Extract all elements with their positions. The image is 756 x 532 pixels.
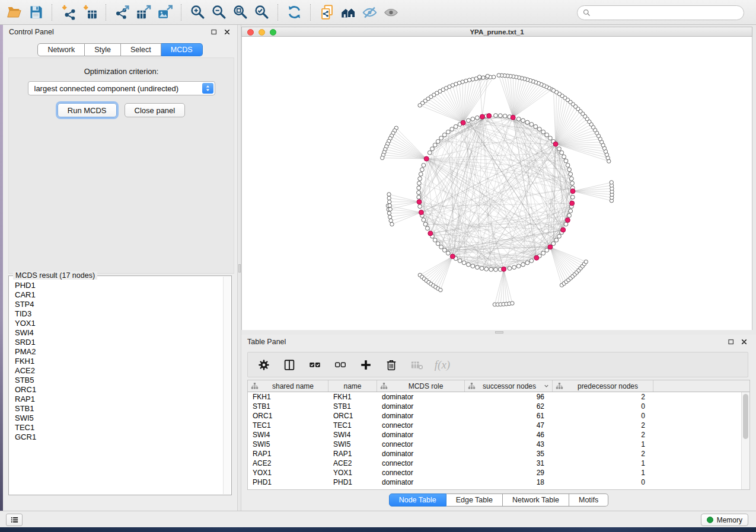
memory-button[interactable]: Memory — [701, 514, 748, 526]
network-node[interactable] — [454, 124, 458, 129]
network-node[interactable] — [560, 150, 564, 155]
network-node[interactable] — [420, 168, 425, 172]
select-all-button[interactable] — [307, 357, 323, 373]
network-node[interactable] — [450, 127, 454, 132]
table-row[interactable]: STB1STB1dominator620 — [248, 402, 749, 411]
network-node[interactable] — [484, 267, 489, 271]
tab-edge-table[interactable]: Edge Table — [446, 493, 503, 507]
network-node[interactable] — [557, 147, 562, 151]
network-node[interactable] — [476, 116, 480, 120]
new-network-from-selection-button[interactable] — [316, 2, 337, 23]
network-node[interactable] — [511, 302, 514, 305]
network-node[interactable] — [467, 118, 471, 123]
tab-style[interactable]: Style — [85, 43, 121, 56]
apply-layout-button[interactable] — [283, 2, 305, 23]
network-node[interactable] — [476, 265, 480, 270]
network-node[interactable] — [494, 114, 498, 118]
network-node[interactable] — [387, 196, 391, 200]
window-close-icon[interactable] — [247, 29, 254, 36]
network-node[interactable] — [458, 259, 462, 263]
network-mcds-node[interactable] — [553, 142, 558, 146]
network-graph[interactable] — [242, 37, 752, 329]
import-table-button[interactable] — [79, 2, 100, 23]
network-node[interactable] — [557, 234, 562, 238]
table-row[interactable]: TEC1TEC1connector472 — [248, 421, 749, 430]
network-node[interactable] — [442, 248, 446, 252]
network-node[interactable] — [423, 222, 428, 226]
network-node[interactable] — [610, 181, 613, 184]
network-node[interactable] — [569, 209, 573, 213]
zoom-out-button[interactable] — [208, 2, 229, 23]
network-mcds-node[interactable] — [424, 156, 429, 161]
network-node[interactable] — [584, 260, 588, 264]
window-minimize-icon[interactable] — [259, 29, 265, 36]
network-node[interactable] — [521, 118, 525, 123]
network-node[interactable] — [417, 186, 421, 190]
show-panels-button[interactable] — [6, 514, 23, 526]
network-node[interactable] — [492, 75, 495, 79]
network-node[interactable] — [422, 218, 426, 222]
vertical-splitter[interactable] — [237, 25, 241, 511]
hide-selected-button[interactable] — [359, 2, 380, 23]
horizontal-splitter[interactable] — [241, 330, 756, 335]
network-mcds-node[interactable] — [417, 200, 422, 204]
search-input[interactable] — [594, 9, 739, 17]
network-node[interactable] — [516, 264, 521, 268]
network-node[interactable] — [481, 76, 485, 79]
window-zoom-icon[interactable] — [270, 29, 276, 36]
network-node[interactable] — [521, 262, 525, 267]
open-file-button[interactable] — [4, 2, 25, 23]
criterion-select[interactable]: largest connected component (undirected) — [28, 81, 215, 95]
network-mcds-node[interactable] — [419, 210, 423, 215]
network-mcds-node[interactable] — [570, 201, 575, 206]
network-node[interactable] — [545, 133, 549, 137]
network-node[interactable] — [446, 251, 450, 255]
splitter-grip[interactable] — [238, 264, 241, 273]
network-node[interactable] — [426, 226, 430, 230]
column-header-shared-name[interactable]: shared name — [248, 380, 328, 392]
network-node[interactable] — [462, 261, 466, 265]
close-panel-button[interactable] — [222, 27, 231, 36]
table-row[interactable]: PHD1PHD1dominator180 — [248, 477, 749, 487]
table-row[interactable]: SWI4SWI4dominator462 — [248, 430, 749, 440]
network-node[interactable] — [570, 195, 575, 199]
network-node[interactable] — [430, 147, 435, 151]
network-node[interactable] — [388, 207, 392, 211]
network-node[interactable] — [418, 177, 422, 181]
float-panel-button[interactable] — [209, 27, 218, 36]
network-node[interactable] — [498, 114, 502, 118]
column-header-predecessor-nodes[interactable]: predecessor nodes — [553, 380, 653, 392]
column-header-mcds-role[interactable]: MCDS role — [377, 380, 465, 392]
network-node[interactable] — [417, 191, 421, 195]
network-node[interactable] — [541, 130, 546, 134]
network-node[interactable] — [471, 264, 475, 268]
add-column-button[interactable] — [358, 357, 374, 373]
column-header-name[interactable]: name — [328, 380, 377, 392]
network-node[interactable] — [388, 204, 391, 207]
network-node[interactable] — [512, 265, 516, 270]
network-node[interactable] — [534, 124, 538, 129]
float-panel-button[interactable] — [726, 337, 735, 346]
network-canvas[interactable] — [241, 37, 752, 330]
network-mcds-node[interactable] — [487, 114, 492, 118]
tab-node-table[interactable]: Node Table — [389, 493, 446, 507]
network-mcds-node[interactable] — [570, 189, 575, 194]
network-node[interactable] — [525, 120, 529, 124]
network-node[interactable] — [419, 172, 423, 177]
table-row[interactable]: ACE2ACE2connector311 — [248, 459, 749, 468]
network-mcds-node[interactable] — [480, 114, 484, 119]
zoom-fit-button[interactable] — [229, 2, 251, 23]
export-image-button[interactable] — [154, 2, 176, 23]
network-node[interactable] — [537, 127, 541, 132]
table-row[interactable]: YOX1YOX1connector291 — [248, 468, 749, 477]
network-mcds-node[interactable] — [428, 231, 433, 236]
network-node[interactable] — [428, 150, 432, 155]
tab-network[interactable]: Network — [37, 43, 85, 56]
network-node[interactable] — [388, 200, 391, 204]
mcds-result-list[interactable]: PHD1CAR1STP4TID3YOX1SWI4SRD1PMA2FKH1ACE2… — [9, 280, 222, 494]
network-mcds-node[interactable] — [502, 267, 506, 271]
table-scrollbar-thumb[interactable] — [743, 394, 748, 439]
first-neighbors-button[interactable] — [337, 2, 359, 23]
network-node[interactable] — [497, 73, 500, 77]
network-node[interactable] — [439, 245, 444, 249]
